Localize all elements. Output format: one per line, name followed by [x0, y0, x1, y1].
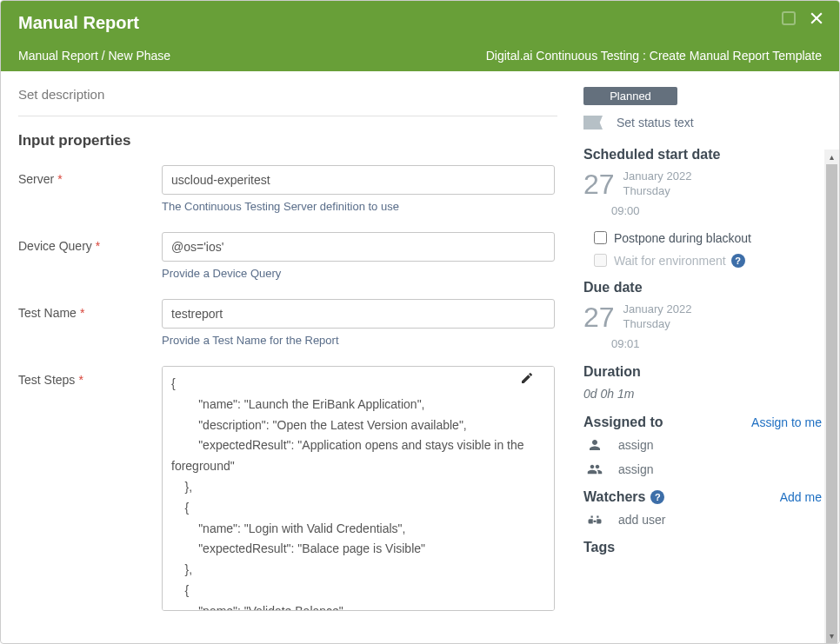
watchers-heading: Watchers — [583, 489, 645, 505]
person-icon — [587, 437, 606, 453]
scrollbar-thumb[interactable] — [826, 164, 837, 643]
assign-to-me-link[interactable]: Assign to me — [751, 415, 822, 429]
status-badge[interactable]: Planned — [583, 87, 677, 105]
required-marker: * — [96, 239, 100, 253]
toggle-icon[interactable] — [782, 11, 796, 25]
field-server: Server* The Continuous Testing Server de… — [18, 165, 557, 213]
assign-team-row[interactable]: assign — [583, 461, 822, 477]
divider — [18, 116, 557, 116]
test-steps-textarea[interactable] — [162, 366, 555, 611]
test-name-input[interactable] — [162, 299, 555, 329]
due-heading: Due date — [583, 280, 822, 295]
device-query-input[interactable] — [162, 232, 555, 262]
postpone-checkbox[interactable] — [594, 231, 607, 244]
sidebar-panel: Planned Set status text Scheduled start … — [575, 71, 839, 643]
postpone-row[interactable]: Postpone during blackout — [583, 231, 822, 245]
status-text-placeholder: Set status text — [617, 116, 694, 129]
product-label: Digital.ai Continuous Testing : Create M… — [486, 49, 822, 63]
assign-user-placeholder: assign — [618, 438, 653, 452]
field-test-name: Test Name* Provide a Test Name for the R… — [18, 299, 557, 347]
tags-heading: Tags — [583, 540, 822, 555]
assigned-heading: Assigned to — [583, 415, 663, 430]
watchers-head: Watchers ? Add me — [583, 489, 822, 505]
scheduled-time[interactable]: 09:00 — [611, 204, 822, 217]
add-watcher-row[interactable]: add user — [583, 512, 822, 528]
duration-value: 0d 0h 1m — [583, 387, 822, 401]
scheduled-heading: Scheduled start date — [583, 147, 822, 163]
required-marker: * — [80, 306, 84, 320]
main-panel: Set description Input properties Server*… — [1, 71, 575, 643]
modal-dialog: Manual Report Manual Report / New Phase … — [0, 0, 840, 644]
assign-team-placeholder: assign — [618, 462, 653, 476]
description-placeholder[interactable]: Set description — [18, 87, 557, 102]
field-label-test-name: Test Name* — [18, 299, 162, 320]
header-subrow: Manual Report / New Phase Digital.ai Con… — [18, 49, 822, 63]
field-device-query: Device Query* Provide a Device Query — [18, 232, 557, 280]
field-test-steps: Test Steps* — [18, 366, 557, 614]
server-help: The Continuous Testing Server definition… — [162, 200, 557, 213]
add-watcher-placeholder: add user — [618, 513, 665, 527]
postpone-label: Postpone during blackout — [614, 231, 751, 245]
outer-scrollbar[interactable]: ▴ ▾ — [824, 149, 839, 643]
due-day: 27 — [583, 303, 615, 331]
field-label-device-query: Device Query* — [18, 232, 162, 253]
required-marker: * — [57, 172, 62, 186]
binoculars-icon — [587, 512, 606, 528]
scheduled-date[interactable]: 27 January 2022 Thursday — [583, 169, 822, 199]
due-time[interactable]: 09:01 — [611, 337, 822, 350]
field-label-test-steps: Test Steps* — [18, 366, 162, 387]
help-icon[interactable]: ? — [731, 254, 745, 268]
test-name-help: Provide a Test Name for the Report — [162, 334, 557, 347]
wait-env-label: Wait for environment — [614, 254, 726, 268]
help-icon[interactable]: ? — [650, 490, 664, 504]
modal-title: Manual Report — [18, 13, 822, 33]
required-marker: * — [78, 373, 83, 387]
assign-user-row[interactable]: assign — [583, 437, 822, 453]
duration-heading: Duration — [583, 364, 822, 380]
people-icon — [587, 461, 606, 477]
status-text-row[interactable]: Set status text — [583, 116, 822, 129]
pencil-icon — [520, 371, 534, 385]
scheduled-day: 27 — [583, 170, 615, 198]
scheduled-meta: January 2022 Thursday — [623, 169, 692, 199]
close-button[interactable] — [808, 10, 825, 30]
due-date[interactable]: 27 January 2022 Thursday — [583, 302, 822, 332]
scroll-up-arrow[interactable]: ▴ — [824, 149, 839, 164]
server-input[interactable] — [162, 165, 555, 195]
field-label-server: Server* — [18, 165, 162, 186]
scroll-down-arrow[interactable]: ▾ — [824, 628, 839, 643]
wait-env-row: Wait for environment ? — [583, 254, 822, 268]
breadcrumb[interactable]: Manual Report / New Phase — [18, 49, 170, 63]
section-title: Input properties — [18, 132, 557, 149]
modal-body: Set description Input properties Server*… — [1, 71, 839, 643]
wait-env-checkbox — [594, 254, 607, 267]
flag-icon — [583, 116, 603, 129]
modal-header: Manual Report Manual Report / New Phase … — [1, 1, 839, 71]
edit-button[interactable] — [520, 371, 534, 388]
close-icon — [808, 10, 825, 27]
device-query-help: Provide a Device Query — [162, 267, 557, 280]
due-meta: January 2022 Thursday — [623, 302, 692, 332]
add-me-link[interactable]: Add me — [780, 490, 822, 504]
assigned-head: Assigned to Assign to me — [583, 415, 822, 430]
